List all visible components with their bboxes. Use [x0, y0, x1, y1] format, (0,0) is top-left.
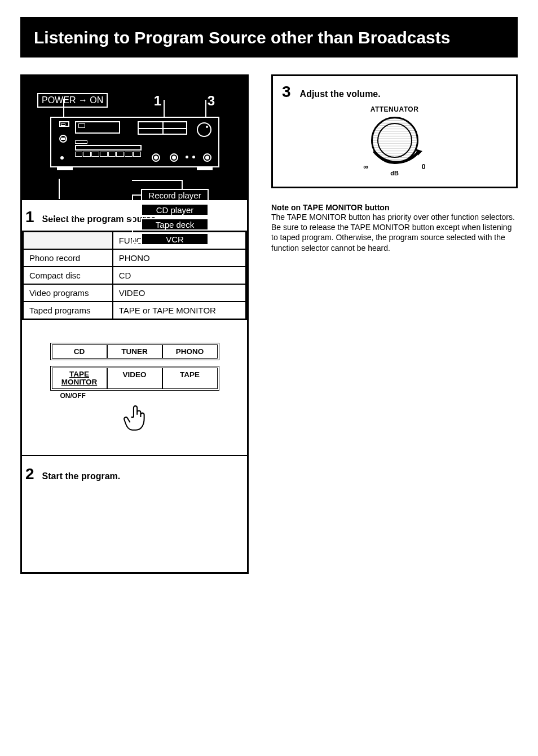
table-header-source — [23, 232, 113, 250]
volume-knob-icon[interactable] — [371, 117, 418, 164]
table-row: Video programsVIDEO — [23, 284, 246, 302]
note-body: The TAPE MONITOR button has priority ove… — [271, 212, 518, 253]
step-3-text: Adjust the volume. — [300, 89, 381, 99]
step-3-number: 3 — [282, 83, 291, 101]
source-tape-deck: Tape deck — [141, 218, 209, 231]
function-video-button[interactable]: VIDEO — [108, 368, 163, 388]
callout-number-1: 1 — [154, 93, 161, 109]
function-tape-monitor-button[interactable]: TAPEMONITOR — [52, 368, 108, 388]
press-hand-icon — [50, 404, 219, 436]
function-button-panel: CD TUNER PHONO TAPEMONITOR VIDEO TAPE ON… — [50, 343, 219, 436]
source-callout-stack: Record player CD player Tape deck VCR 2 — [141, 189, 209, 247]
source-record-player: Record player — [141, 189, 209, 201]
receiver-unit-illustration — [50, 117, 219, 167]
function-tape-button[interactable]: TAPE — [163, 368, 217, 388]
source-function-table: FUNCITON Phono recordPHONO Compact discC… — [22, 231, 247, 320]
select-speakers-label: Select SPEAKERS — [37, 199, 86, 220]
power-on-label: POWER → ON — [37, 93, 108, 108]
source-vcr: VCR — [141, 233, 209, 245]
step-1-number: 1 — [25, 208, 34, 226]
page-title: Listening to Program Source other than B… — [20, 17, 518, 58]
onoff-label: ON/OFF — [50, 392, 219, 400]
note-heading: Note on TAPE MONITOR button — [271, 203, 518, 212]
function-phono-button[interactable]: PHONO — [163, 345, 217, 358]
attenuator-label: ATTENUATOR — [282, 105, 507, 113]
table-row: Phono recordPHONO — [23, 249, 246, 267]
table-row: Taped programsTAPE or TAPE MONITOR — [23, 302, 246, 320]
table-row: Compact discCD — [23, 267, 246, 284]
step-2-text: Start the program. — [42, 471, 121, 481]
source-cd-player: CD player — [141, 204, 209, 216]
volume-db-label: dB — [282, 170, 507, 176]
step-3-panel: 3 Adjust the volume. ATTENUATOR ∞ 0 — [271, 74, 518, 188]
callout-number-2: 2 — [218, 210, 224, 225]
receiver-diagram: POWER → ON 1 3 — [22, 74, 247, 200]
function-tuner-button[interactable]: TUNER — [108, 345, 163, 358]
step-2-number: 2 — [25, 465, 34, 483]
function-cd-button[interactable]: CD — [52, 345, 108, 358]
callout-number-3: 3 — [208, 93, 215, 109]
